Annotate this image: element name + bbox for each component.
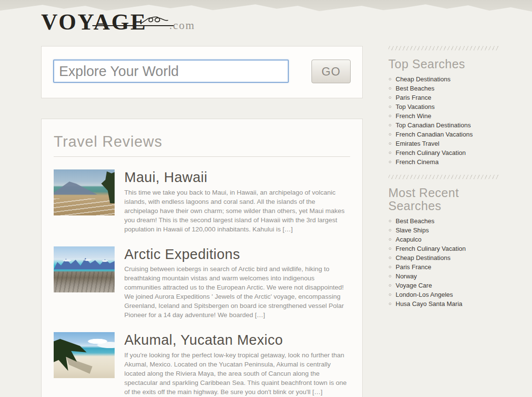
search-term-item[interactable]: Paris France	[388, 93, 499, 102]
article-title[interactable]: Akumal, Yucatan Mexico	[124, 332, 350, 348]
article-excerpt: This time we take you back to Maui, in H…	[124, 188, 350, 234]
bullet-icon	[389, 133, 391, 136]
search-term-item[interactable]: French Wine	[388, 111, 499, 121]
search-term-label: French Canadian Vacations	[396, 130, 473, 139]
bullet-icon	[389, 229, 391, 231]
bullet-icon	[389, 275, 391, 277]
article-row: Akumal, Yucatan Mexico If you're looking…	[54, 332, 350, 396]
search-term-item[interactable]: French Culinary Vacation	[388, 148, 499, 157]
search-term-item[interactable]: Slave Ships	[388, 226, 499, 235]
article-title[interactable]: Arctic Expeditions	[124, 246, 350, 262]
search-term-item[interactable]: Norway	[388, 272, 499, 281]
bullet-icon	[389, 161, 391, 163]
search-term-item[interactable]: French Culinary Vacation	[388, 244, 499, 253]
bullet-icon	[389, 257, 391, 259]
hatch-divider	[388, 46, 499, 50]
bullet-icon	[389, 247, 391, 250]
article-excerpt: Cruising between icebergs in search of A…	[124, 264, 350, 320]
page: { "header": { "logo_text": "VOYAGE", "lo…	[0, 0, 532, 397]
search-term-item[interactable]: Emirates Travel	[388, 139, 499, 148]
search-term-item[interactable]: London-Los Angeles	[388, 290, 499, 299]
bullet-icon	[389, 78, 391, 80]
search-term-item[interactable]: Acapulco	[388, 235, 499, 244]
top-searches-list: Cheap Destinations Best Beaches Paris Fr…	[388, 75, 499, 167]
bullet-icon	[389, 87, 391, 90]
article-body: Akumal, Yucatan Mexico If you're looking…	[124, 332, 350, 396]
search-term-item[interactable]: Cheap Destinations	[388, 253, 499, 262]
search-term-item[interactable]: Best Beaches	[388, 84, 499, 93]
search-panel: GO	[41, 46, 363, 98]
bullet-icon	[389, 96, 391, 99]
search-term-label: Best Beaches	[396, 84, 434, 93]
travel-reviews-panel: Travel Reviews Maui, Hawaii This time we…	[41, 119, 363, 397]
article-excerpt: If you're looking for the perfect low-ke…	[124, 351, 350, 397]
search-term-item[interactable]: Cheap Destinations	[388, 75, 499, 84]
search-term-item[interactable]: Top Canadian Destinations	[388, 121, 499, 130]
search-term-label: Slave Ships	[396, 226, 429, 235]
recent-searches-list: Best Beaches Slave Ships Acapulco French…	[388, 216, 499, 308]
search-term-label: French Culinary Vacation	[396, 244, 466, 253]
sidebar: Top Searches Cheap Destinations Best Bea…	[388, 46, 499, 308]
bullet-icon	[389, 115, 391, 117]
search-term-label: Paris France	[396, 262, 431, 272]
logo-swash-line	[92, 25, 174, 26]
bullet-icon	[389, 106, 391, 108]
bullet-icon	[389, 238, 391, 241]
go-button[interactable]: GO	[311, 60, 351, 83]
article-body: Maui, Hawaii This time we take you back …	[124, 169, 350, 233]
search-term-label: Acapulco	[396, 235, 421, 244]
search-term-label: Emirates Travel	[396, 139, 439, 148]
search-term-label: Top Canadian Destinations	[396, 121, 471, 130]
search-term-label: Cheap Destinations	[396, 75, 450, 84]
search-term-label: French Cinema	[396, 157, 439, 167]
search-term-label: Top Vacations	[396, 102, 435, 111]
search-term-item[interactable]: Best Beaches	[388, 216, 499, 226]
top-searches-heading: Top Searches	[388, 58, 499, 71]
search-term-label: Paris France	[396, 93, 431, 102]
search-term-label: French Culinary Vacation	[396, 148, 466, 157]
search-term-item[interactable]: Top Vacations	[388, 102, 499, 111]
recent-searches-heading: Most Recent Searches	[388, 186, 499, 213]
article-thumbnail-akumal[interactable]	[54, 332, 115, 378]
bullet-icon	[389, 303, 391, 305]
heading-divider	[54, 156, 350, 157]
search-term-label: Voyage Care	[396, 281, 432, 290]
logo-flourish-icon	[140, 15, 168, 30]
search-input[interactable]	[53, 60, 289, 83]
search-term-item[interactable]: French Cinema	[388, 157, 499, 167]
search-term-label: Best Beaches	[396, 216, 434, 226]
search-term-item[interactable]: Husa Cayo Santa Maria	[388, 299, 499, 308]
site-logo[interactable]: VOYAGE .com	[41, 11, 195, 33]
article-thumbnail-arctic[interactable]	[54, 246, 115, 292]
search-term-label: Cheap Destinations	[396, 253, 450, 262]
article-row: Maui, Hawaii This time we take you back …	[54, 169, 350, 233]
bullet-icon	[389, 124, 391, 126]
search-term-item[interactable]: Voyage Care	[388, 281, 499, 290]
bullet-icon	[389, 142, 391, 145]
article-title[interactable]: Maui, Hawaii	[124, 169, 350, 185]
search-term-label: Husa Cayo Santa Maria	[396, 299, 462, 308]
search-term-item[interactable]: French Canadian Vacations	[388, 130, 499, 139]
article-row: Arctic Expeditions Cruising between iceb…	[54, 246, 350, 320]
bullet-icon	[389, 266, 391, 268]
hatch-divider	[388, 175, 499, 179]
bullet-icon	[389, 284, 391, 287]
bullet-icon	[389, 220, 391, 222]
search-term-label: Norway	[396, 272, 417, 281]
bullet-icon	[389, 293, 391, 296]
article-body: Arctic Expeditions Cruising between iceb…	[124, 246, 350, 320]
search-term-item[interactable]: Paris France	[388, 262, 499, 272]
article-thumbnail-maui[interactable]	[54, 169, 115, 215]
search-term-label: French Wine	[396, 111, 431, 121]
bullet-icon	[389, 152, 391, 154]
logo-wordmark: VOYAGE	[41, 11, 147, 33]
search-term-label: London-Los Angeles	[396, 290, 453, 299]
page-title: Travel Reviews	[54, 134, 350, 150]
